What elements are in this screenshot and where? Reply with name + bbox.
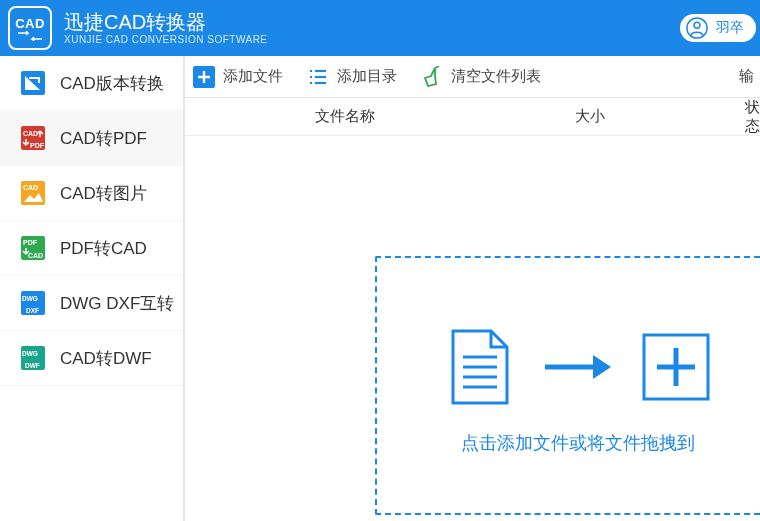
svg-text:CAD: CAD <box>23 184 38 191</box>
col-size: 大小 <box>575 107 745 126</box>
col-filename: 文件名称 <box>315 107 575 126</box>
svg-line-24 <box>435 66 439 68</box>
svg-text:CAD: CAD <box>28 252 43 259</box>
svg-text:DWF: DWF <box>25 362 40 369</box>
file-list-area: 点击添加文件或将文件拖拽到 <box>185 136 760 521</box>
output-label: 输 <box>739 67 760 86</box>
col-status: 状态 <box>745 98 760 136</box>
list-icon <box>307 66 329 88</box>
toolbar: 添加文件 添加目录 清空文件列表 输 <box>185 56 760 98</box>
cad-version-icon <box>20 70 46 96</box>
sidebar: CAD版本转换 CADPDF CAD转PDF CAD CAD转图片 PDFCAD… <box>0 56 184 521</box>
dwg-dxf-icon: DWGDXF <box>20 290 46 316</box>
tool-label: 清空文件列表 <box>451 67 541 86</box>
add-box-icon <box>641 332 711 402</box>
cad-image-icon: CAD <box>20 180 46 206</box>
tool-label: 添加目录 <box>337 67 397 86</box>
svg-rect-2 <box>21 71 45 95</box>
svg-text:DXF: DXF <box>26 307 39 314</box>
svg-text:PDF: PDF <box>30 142 45 149</box>
sidebar-item-cad-to-dwf[interactable]: DWGDWF CAD转DWF <box>0 331 183 386</box>
drop-graphic <box>445 327 711 407</box>
sidebar-item-label: PDF转CAD <box>60 237 147 260</box>
user-icon <box>686 17 708 39</box>
svg-text:DWG: DWG <box>22 350 38 357</box>
add-file-button[interactable]: 添加文件 <box>193 66 283 88</box>
drop-zone[interactable]: 点击添加文件或将文件拖拽到 <box>375 256 760 515</box>
broom-icon <box>421 66 443 88</box>
document-icon <box>445 327 515 407</box>
app-title: 迅捷CAD转换器 <box>64 11 268 33</box>
cad-dwf-icon: DWGDWF <box>20 345 46 371</box>
table-header: 文件名称 大小 状态 <box>185 98 760 136</box>
sidebar-item-label: CAD转图片 <box>60 182 147 205</box>
user-name: 羽卒 <box>716 19 744 37</box>
sidebar-item-dwg-dxf[interactable]: DWGDXF DWG DXF互转 <box>0 276 183 331</box>
sidebar-item-cad-to-pdf[interactable]: CADPDF CAD转PDF <box>0 111 183 166</box>
sidebar-item-pdf-to-cad[interactable]: PDFCAD PDF转CAD <box>0 221 183 276</box>
sidebar-item-label: DWG DXF互转 <box>60 292 174 315</box>
sidebar-item-label: CAD转DWF <box>60 347 152 370</box>
svg-text:PDF: PDF <box>23 239 38 246</box>
svg-point-1 <box>694 22 700 28</box>
plus-icon <box>193 66 215 88</box>
svg-text:DWG: DWG <box>22 295 38 302</box>
cad-pdf-icon: CADPDF <box>20 125 46 151</box>
logo-arrows-icon <box>16 31 44 41</box>
title-block: 迅捷CAD转换器 XUNJIE CAD CONVERSION SOFTWARE <box>64 11 268 45</box>
svg-text:CAD: CAD <box>23 130 38 137</box>
sidebar-item-cad-to-image[interactable]: CAD CAD转图片 <box>0 166 183 221</box>
user-area[interactable]: 羽卒 <box>680 14 756 42</box>
sidebar-item-cad-version[interactable]: CAD版本转换 <box>0 56 183 111</box>
sidebar-item-label: CAD版本转换 <box>60 72 164 95</box>
app-header: CAD 迅捷CAD转换器 XUNJIE CAD CONVERSION SOFTW… <box>0 0 760 56</box>
pdf-cad-icon: PDFCAD <box>20 235 46 261</box>
add-folder-button[interactable]: 添加目录 <box>307 66 397 88</box>
clear-list-button[interactable]: 清空文件列表 <box>421 66 541 88</box>
tool-label: 添加文件 <box>223 67 283 86</box>
sidebar-item-label: CAD转PDF <box>60 127 147 150</box>
app-logo: CAD <box>8 6 52 50</box>
logo-text: CAD <box>15 16 45 31</box>
drop-hint: 点击添加文件或将文件拖拽到 <box>461 431 695 455</box>
main-panel: 添加文件 添加目录 清空文件列表 输 文件名称 大小 状态 <box>184 56 760 521</box>
arrow-right-icon <box>543 352 613 382</box>
app-subtitle: XUNJIE CAD CONVERSION SOFTWARE <box>64 34 268 45</box>
